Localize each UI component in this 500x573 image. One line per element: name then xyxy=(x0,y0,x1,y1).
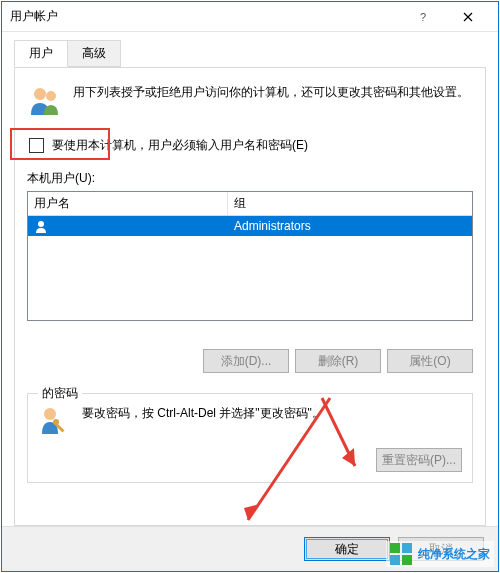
watermark-logo-icon xyxy=(390,543,412,565)
add-user-button[interactable]: 添加(D)... xyxy=(203,349,289,373)
svg-point-4 xyxy=(44,408,56,420)
password-fieldset: 的密码 要改密码，按 Ctrl-Alt-Del 并选择"更改密码"。 重置密码(… xyxy=(27,393,473,483)
password-text: 要改密码，按 Ctrl-Alt-Del 并选择"更改密码"。 xyxy=(82,404,324,423)
tab-advanced[interactable]: 高级 xyxy=(67,40,121,67)
ok-button[interactable]: 确定 xyxy=(304,537,390,561)
intro-row: 用下列表授予或拒绝用户访问你的计算机，还可以更改其密码和其他设置。 xyxy=(27,83,473,119)
watermark-text: 纯净系统之家 xyxy=(418,546,490,563)
tabpanel-users: 用下列表授予或拒绝用户访问你的计算机，还可以更改其密码和其他设置。 要使用本计算… xyxy=(14,67,486,526)
help-button[interactable]: ? xyxy=(400,3,445,31)
password-legend: 的密码 xyxy=(38,385,82,402)
listview-row[interactable]: Administrators xyxy=(28,216,472,236)
tabbar: 用户 高级 xyxy=(14,40,486,68)
column-username[interactable]: 用户名 xyxy=(28,192,228,215)
close-icon xyxy=(463,12,473,22)
user-accounts-dialog: 用户帐户 ? 用户 高级 xyxy=(1,1,499,572)
require-password-row: 要使用本计算机，用户必须输入用户名和密码(E) xyxy=(27,133,473,158)
key-icon xyxy=(38,404,72,438)
reset-password-button[interactable]: 重置密码(P)... xyxy=(376,448,462,472)
tab-users[interactable]: 用户 xyxy=(14,40,68,67)
svg-text:?: ? xyxy=(420,11,426,23)
help-icon: ? xyxy=(417,11,429,23)
svg-point-1 xyxy=(34,88,46,100)
remove-user-button[interactable]: 删除(R) xyxy=(295,349,381,373)
watermark: 纯净系统之家 xyxy=(386,541,494,567)
window-controls: ? xyxy=(400,3,490,31)
svg-point-6 xyxy=(53,419,59,425)
listview-header: 用户名 组 xyxy=(28,192,472,216)
titlebar: 用户帐户 ? xyxy=(2,2,498,32)
client-area: 用户 高级 用下列表授予或拒绝用户访问你的计算机，还可以更改其密码和其他设置。 … xyxy=(2,32,498,526)
listview-cell-group: Administrators xyxy=(228,217,472,235)
intro-text: 用下列表授予或拒绝用户访问你的计算机，还可以更改其密码和其他设置。 xyxy=(73,83,469,119)
window-title: 用户帐户 xyxy=(10,8,400,25)
users-listview[interactable]: 用户名 组 Administrators xyxy=(27,191,473,321)
properties-button[interactable]: 属性(O) xyxy=(387,349,473,373)
users-icon xyxy=(27,83,63,119)
require-password-label: 要使用本计算机，用户必须输入用户名和密码(E) xyxy=(52,137,308,154)
column-group[interactable]: 组 xyxy=(228,192,472,215)
user-icon xyxy=(34,219,48,233)
require-password-checkbox[interactable] xyxy=(29,138,44,153)
close-button[interactable] xyxy=(445,3,490,31)
svg-point-3 xyxy=(38,221,44,227)
user-button-row: 添加(D)... 删除(R) 属性(O) xyxy=(27,349,473,373)
svg-point-2 xyxy=(46,91,56,101)
local-users-label: 本机用户(U): xyxy=(27,170,473,187)
listview-cell-username xyxy=(28,217,228,235)
